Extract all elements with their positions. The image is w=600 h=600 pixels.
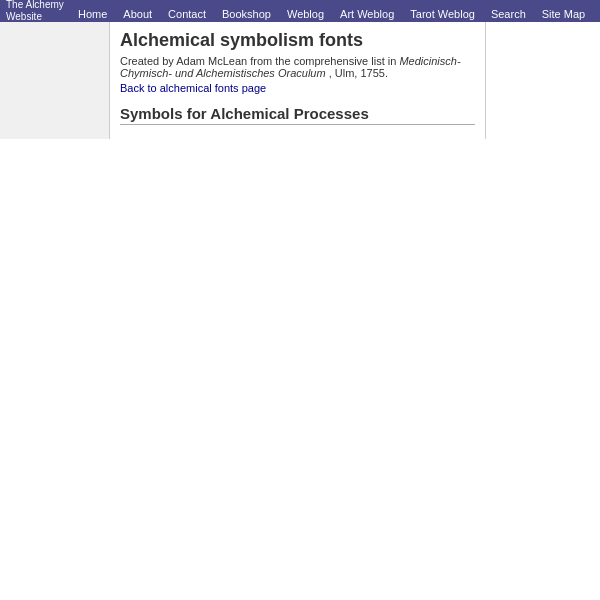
logo-line2: Website xyxy=(6,11,42,22)
subtitle-suffix: , Ulm, 1755. xyxy=(329,67,388,79)
nav-link-contact[interactable]: Contact xyxy=(160,0,214,22)
nav-link-art-weblog[interactable]: Art Weblog xyxy=(332,0,402,22)
logo-line1: The Alchemy xyxy=(6,0,64,10)
top-navigation: The Alchemy Website HomeAboutContactBook… xyxy=(0,0,600,22)
nav-link-tarot-weblog[interactable]: Tarot Weblog xyxy=(402,0,483,22)
nav-links: HomeAboutContactBookshopWeblogArt Weblog… xyxy=(70,0,600,22)
page-title: Alchemical symbolism fonts xyxy=(120,30,475,51)
back-link[interactable]: Back to alchemical fonts page xyxy=(120,82,266,94)
right-sidebar xyxy=(485,22,600,139)
nav-link-home[interactable]: Home xyxy=(70,0,115,22)
main-content: Alchemical symbolism fonts Created by Ad… xyxy=(110,22,485,139)
nav-link-site-map[interactable]: Site Map xyxy=(534,0,593,22)
nav-link-about[interactable]: About xyxy=(115,0,160,22)
subtitle: Created by Adam McLean from the comprehe… xyxy=(120,55,475,79)
subtitle-prefix: Created by Adam McLean from the comprehe… xyxy=(120,55,396,67)
nav-link-search[interactable]: Search xyxy=(483,0,534,22)
nav-link-weblog[interactable]: Weblog xyxy=(279,0,332,22)
nav-link-bookshop[interactable]: Bookshop xyxy=(214,0,279,22)
section-title: Symbols for Alchemical Processes xyxy=(120,105,475,125)
left-sidebar xyxy=(0,22,110,139)
